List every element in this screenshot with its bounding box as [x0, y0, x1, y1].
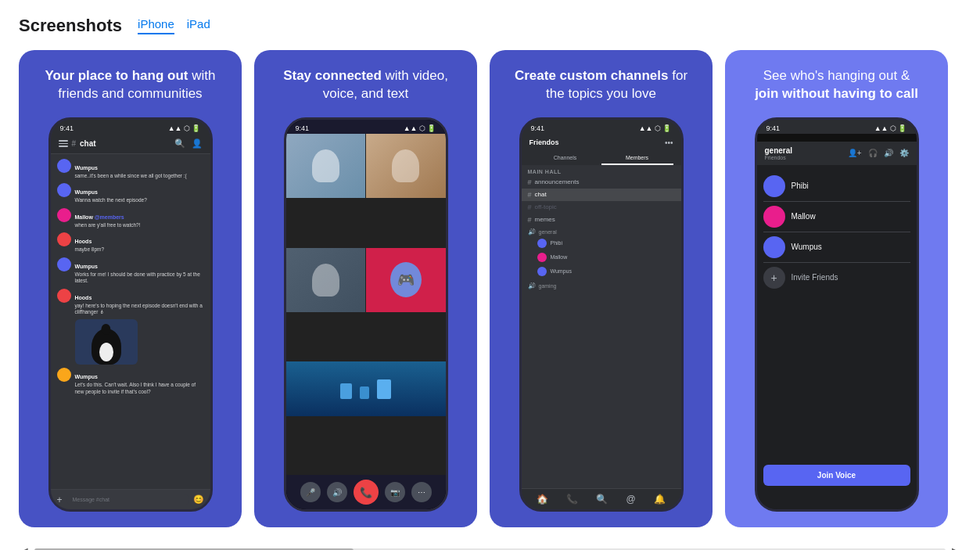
tab-members[interactable]: Members	[601, 152, 673, 165]
card-3-caption: Create custom channels for the topics yo…	[505, 67, 697, 103]
add-user-icon[interactable]: 👤+	[848, 149, 862, 157]
end-call-button[interactable]: 📞	[354, 480, 379, 505]
phone-icon[interactable]: 📞	[566, 494, 578, 505]
scroll-left-button[interactable]: ◀	[19, 546, 31, 550]
voice-channel-general[interactable]: 🔊 general	[528, 228, 675, 235]
voice-channel-name: general	[539, 229, 557, 235]
camera-button[interactable]: 📷	[385, 482, 405, 502]
tab-iphone[interactable]: iPhone	[138, 17, 174, 34]
msg-text: same..it's been a while since we all got…	[75, 173, 204, 179]
hash-icon: #	[72, 139, 77, 148]
voice-channel-gaming[interactable]: 🔊 gaming	[528, 282, 675, 289]
channel-item-memes[interactable]: # memes	[522, 214, 681, 226]
members-icon[interactable]: 👤	[192, 138, 203, 149]
channel-name: off-topic	[535, 203, 557, 210]
screenshot-card-1: Your place to hang out with friends and …	[19, 50, 242, 527]
voice-user-phibi: Phibi	[528, 237, 675, 250]
message-row: Hoods yay! here's to hoping the next epi…	[57, 289, 204, 316]
chat-header-1: # chat 🔍 👤	[51, 134, 210, 154]
tab-container: iPhone iPad	[138, 17, 210, 34]
chat-input-bar: + Message #chat 😊	[51, 489, 210, 509]
phone-4-status-bar: 9:41 ▲▲ ⬡ 🔋	[757, 120, 917, 134]
page-title: Screenshots	[19, 16, 122, 36]
msg-username: Wumpus	[75, 264, 98, 269]
mute-button[interactable]: 🎤	[300, 482, 321, 502]
voice-member-mallow: Mallow	[763, 202, 910, 232]
more-button[interactable]: ⋯	[411, 482, 432, 502]
card-4-plain-1: See who's hanging out &	[763, 68, 910, 83]
avatar	[57, 289, 71, 303]
msg-text: Works for me! I should be done with prac…	[75, 271, 204, 285]
msg-username: Hoods	[75, 295, 92, 300]
channel-item-announcements[interactable]: # announcements	[522, 176, 681, 189]
phone-1-status-bar: 9:41 ▲▲ ⬡ 🔋	[51, 120, 210, 134]
scroll-right-button[interactable]: ▶	[949, 546, 961, 550]
server-name-label: Friendos	[529, 138, 559, 146]
status-time-1: 9:41	[60, 124, 74, 132]
bell-icon[interactable]: 🔔	[654, 494, 666, 505]
hash-icon: #	[528, 203, 532, 211]
status-icons-4: ▲▲ ⬡ 🔋	[874, 124, 907, 132]
bottom-spacer	[757, 494, 917, 509]
emoji-icon[interactable]: 😊	[193, 494, 204, 505]
voice-user-name: Phibi	[551, 240, 563, 246]
msg-text: yay! here's to hoping the next episode d…	[75, 303, 204, 316]
settings-icon[interactable]: ⚙️	[899, 149, 909, 157]
add-icon[interactable]: +	[57, 494, 63, 505]
msg-content: Hoods yay! here's to hoping the next epi…	[75, 289, 204, 316]
avatar	[57, 257, 71, 271]
tab-ipad[interactable]: iPad	[187, 17, 210, 34]
channel-item-off-topic[interactable]: # off-topic	[522, 201, 681, 214]
voice-channel-gaming-name: gaming	[539, 283, 557, 289]
msg-content: Wumpus same..it's been a while since we …	[75, 159, 204, 179]
message-row: Wumpus Let's do this. Can't wait. Also I…	[57, 368, 204, 395]
video-cell-4: 🎮	[366, 248, 446, 312]
status-icons-1: ▲▲ ⬡ 🔋	[168, 124, 201, 132]
channel-item-chat[interactable]: # chat	[522, 189, 681, 201]
chat-messages-area: Wumpus same..it's been a while since we …	[51, 154, 210, 489]
video-grid: 🎮	[286, 134, 446, 475]
voice-member-phibi: Phibi	[763, 171, 910, 202]
voice-ch-name: general	[765, 146, 793, 155]
search-bottom-icon[interactable]: 🔍	[596, 494, 608, 505]
msg-username: Mallow @members	[75, 214, 124, 220]
hamburger-icon[interactable]	[59, 140, 68, 147]
card-3-bold: Create custom channels	[515, 68, 669, 83]
headphones-icon[interactable]: 🎧	[868, 149, 878, 157]
msg-text: Wanna watch the next episode?	[75, 197, 204, 203]
card-2-bold: Stay connected	[283, 68, 382, 83]
avatar	[763, 175, 785, 197]
join-voice-button[interactable]: Join Voice	[763, 465, 910, 486]
card-1-caption: Your place to hang out with friends and …	[34, 67, 226, 103]
voice-header-controls: 👤+ 🎧 🔊 ⚙️	[848, 149, 909, 157]
at-icon[interactable]: @	[626, 494, 636, 505]
screenshot-card-2: Stay connected with video, voice, and te…	[254, 50, 477, 527]
server-list-icon[interactable]: 🏠	[537, 494, 548, 505]
speaker-button[interactable]: 🔊	[327, 482, 347, 502]
video-cell-5	[286, 361, 446, 416]
invite-friends-row[interactable]: + Invite Friends	[763, 263, 910, 293]
phone-3-status-bar: 9:41 ▲▲ ⬡ 🔋	[522, 120, 681, 134]
msg-username: Hoods	[75, 239, 92, 244]
screenshot-card-4: See who's hanging out & join without hav…	[725, 50, 948, 527]
tab-channels[interactable]: Channels	[529, 152, 601, 165]
channel-name: chat	[535, 191, 547, 198]
voice-srv-name: Friendos	[765, 155, 793, 160]
more-options-icon[interactable]: •••	[665, 138, 673, 147]
bg-phone-strip	[757, 134, 917, 142]
speaker-icon: 🔊	[528, 228, 536, 235]
msg-username: Wumpus	[75, 189, 98, 195]
msg-content: Hoods maybe 8pm?	[75, 232, 204, 253]
screenshot-card-3: Create custom channels for the topics yo…	[490, 50, 713, 527]
avatar	[763, 206, 785, 228]
invite-icon: +	[763, 267, 785, 289]
member-name: Wumpus	[792, 243, 822, 251]
search-icon[interactable]: 🔍	[174, 138, 185, 149]
status-time-4: 9:41	[766, 124, 781, 132]
avatar	[763, 236, 785, 258]
message-input[interactable]: Message #chat	[66, 494, 189, 505]
avatar	[57, 159, 71, 173]
chat-header-right: 🔍 👤	[174, 138, 203, 149]
voice-user-wumpus: Wumpus	[528, 265, 675, 278]
volume-icon[interactable]: 🔊	[884, 149, 893, 157]
